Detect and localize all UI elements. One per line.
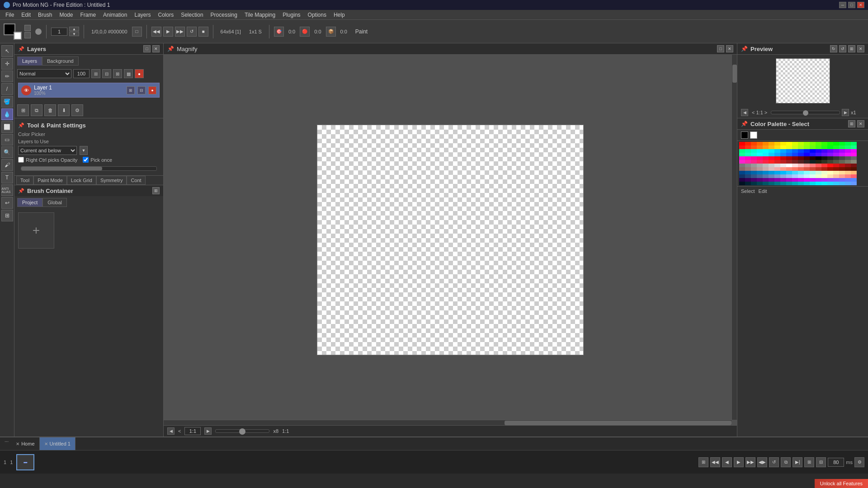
palette-color-cell[interactable] xyxy=(821,164,827,167)
palette-color-cell[interactable] xyxy=(774,153,780,156)
palette-color-cell[interactable] xyxy=(845,149,851,153)
film-btn-9[interactable]: ▶| xyxy=(793,457,802,467)
del-layer-btn[interactable]: 🗑 xyxy=(44,104,56,116)
palette-color-cell[interactable] xyxy=(816,167,821,171)
menu-mode[interactable]: Mode xyxy=(56,11,76,19)
loop-btn[interactable]: ↺ xyxy=(187,27,197,37)
palette-color-cell[interactable] xyxy=(851,142,857,145)
layers-close-btn[interactable]: ✕ xyxy=(152,45,160,52)
palette-color-cell[interactable] xyxy=(745,164,751,167)
tab-symmetry[interactable]: Symmetry xyxy=(96,176,127,185)
palette-color-cell[interactable] xyxy=(804,145,810,149)
size-up-btn[interactable]: ▲ xyxy=(69,27,79,31)
tab-home-close[interactable]: ✕ xyxy=(16,441,19,446)
palette-color-cell[interactable] xyxy=(816,160,821,164)
film-btn-10[interactable]: ⊞ xyxy=(804,457,814,467)
palette-color-cell[interactable] xyxy=(792,145,798,149)
color-picker-tool active[interactable]: 💧 xyxy=(1,108,13,120)
palette-color-cell[interactable] xyxy=(839,153,845,156)
palette-color-cell[interactable] xyxy=(786,178,792,182)
palette-color-cell[interactable] xyxy=(751,156,757,160)
palette-color-cell[interactable] xyxy=(780,167,786,171)
menu-layers[interactable]: Layers xyxy=(131,11,154,19)
palette-color-cell[interactable] xyxy=(821,160,827,164)
preview-zoom-track[interactable] xyxy=(771,111,840,114)
pick-once-check[interactable]: Pick once xyxy=(83,157,112,163)
palette-color-cell[interactable] xyxy=(780,156,786,160)
brush-layout-btn[interactable]: ⊞ xyxy=(152,187,160,194)
add-brush-btn[interactable]: + xyxy=(18,212,54,249)
aa-tool[interactable]: ANTI ALIAS xyxy=(1,184,13,196)
palette-color-cell[interactable] xyxy=(739,145,745,149)
palette-color-cell[interactable] xyxy=(810,171,816,174)
palette-color-cell[interactable] xyxy=(833,171,839,174)
palette-color-cell[interactable] xyxy=(751,178,757,182)
palette-color-cell[interactable] xyxy=(745,156,751,160)
palette-color-cell[interactable] xyxy=(804,160,810,164)
palette-color-cell[interactable] xyxy=(792,156,798,160)
palette-color-cell[interactable] xyxy=(851,156,857,160)
layers-to-use-select[interactable]: Current and below All layers Current onl… xyxy=(18,146,77,155)
swatch-white[interactable] xyxy=(750,131,757,139)
palette-color-cell[interactable] xyxy=(821,178,827,182)
film-btn-6[interactable]: ◀▶ xyxy=(757,457,767,467)
palette-color-cell[interactable] xyxy=(739,164,745,167)
film-btn-4[interactable]: ▶ xyxy=(734,457,744,467)
palette-color-cell[interactable] xyxy=(792,167,798,171)
palette-color-cell[interactable] xyxy=(845,164,851,167)
palette-color-cell[interactable] xyxy=(757,156,763,160)
palette-color-cell[interactable] xyxy=(769,178,774,182)
palette-color-cell[interactable] xyxy=(804,156,810,160)
size-input[interactable]: 1 xyxy=(51,28,67,36)
palette-color-cell[interactable] xyxy=(780,145,786,149)
palette-color-cell[interactable] xyxy=(786,145,792,149)
layer-settings-btn[interactable]: ⚙ xyxy=(71,104,83,116)
palette-color-cell[interactable] xyxy=(816,174,821,178)
palette-color-cell[interactable] xyxy=(763,182,769,185)
settings-scroll-track[interactable] xyxy=(21,166,157,171)
menu-options[interactable]: Options xyxy=(304,11,330,19)
palette-color-cell[interactable] xyxy=(786,160,792,164)
palette-color-cell[interactable] xyxy=(745,160,751,164)
palette-color-cell[interactable] xyxy=(804,164,810,167)
palette-color-cell[interactable] xyxy=(774,174,780,178)
palette-color-cell[interactable] xyxy=(816,164,821,167)
tab-tool[interactable]: Tool xyxy=(16,176,33,185)
palette-color-cell[interactable] xyxy=(769,160,774,164)
brush-tab-global[interactable]: Global xyxy=(42,198,67,207)
palette-color-cell[interactable] xyxy=(745,182,751,185)
blend-mode-select[interactable]: Normal Multiply Screen xyxy=(17,69,71,78)
palette-color-cell[interactable] xyxy=(774,171,780,174)
tab-layers[interactable]: Layers xyxy=(17,56,42,66)
palette-color-cell[interactable] xyxy=(763,167,769,171)
pos-icon-1[interactable]: 🎯 xyxy=(274,27,284,37)
palette-color-cell[interactable] xyxy=(769,167,774,171)
palette-color-cell[interactable] xyxy=(792,182,798,185)
palette-color-cell[interactable] xyxy=(739,153,745,156)
palette-grid-area[interactable] xyxy=(737,141,868,186)
palette-color-cell[interactable] xyxy=(745,145,751,149)
palette-color-cell[interactable] xyxy=(810,149,816,153)
text-tool[interactable]: T xyxy=(1,172,13,183)
palette-color-cell[interactable] xyxy=(821,174,827,178)
palette-color-cell[interactable] xyxy=(845,160,851,164)
palette-color-cell[interactable] xyxy=(821,145,827,149)
palette-color-cell[interactable] xyxy=(810,142,816,145)
merge-layer-btn[interactable]: ⬇ xyxy=(58,104,70,116)
size-down-btn[interactable]: ▼ xyxy=(69,32,79,36)
layer-action-2[interactable]: ⊟ xyxy=(137,86,146,94)
palette-color-cell[interactable] xyxy=(757,174,763,178)
close-button[interactable]: ✕ xyxy=(857,2,864,8)
palette-color-cell[interactable] xyxy=(810,160,816,164)
copy-layer-btn[interactable]: ⧉ xyxy=(31,104,42,116)
move-tool[interactable]: ✛ xyxy=(1,58,13,70)
palette-color-cell[interactable] xyxy=(792,160,798,164)
canvas-nav-right[interactable]: ▶ xyxy=(204,427,212,435)
tab-untitled-close[interactable]: ✕ xyxy=(44,441,48,446)
palette-color-cell[interactable] xyxy=(839,171,845,174)
palette-color-cell[interactable] xyxy=(780,178,786,182)
layer-eye-icon[interactable]: 👁 xyxy=(21,85,31,95)
palette-color-cell[interactable] xyxy=(839,182,845,185)
palette-color-cell[interactable] xyxy=(792,178,798,182)
palette-color-cell[interactable] xyxy=(774,145,780,149)
